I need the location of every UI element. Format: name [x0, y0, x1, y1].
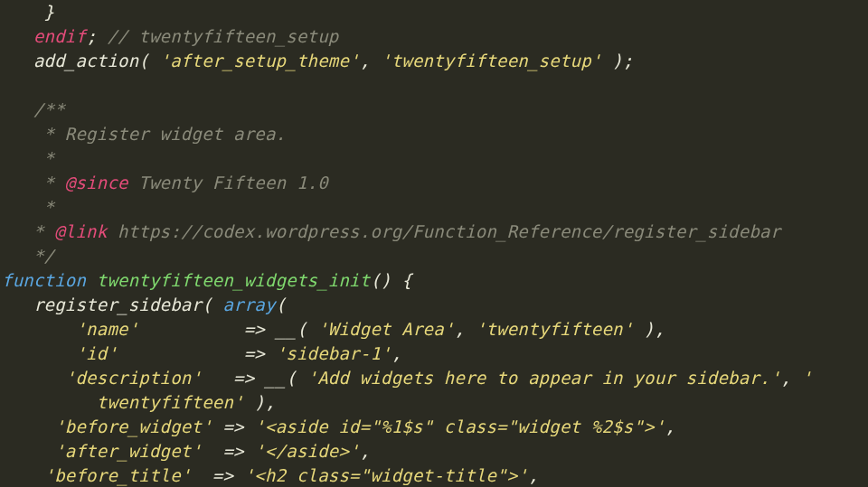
code-line: function twentyfifteen_widgets_init() { [2, 270, 412, 290]
docblock-line: * Register widget area. [2, 124, 286, 144]
code-line: 'after_widget' => '</aside>', [2, 441, 370, 461]
array-key: 'id' [75, 343, 118, 363]
keyword-function: function [2, 270, 86, 290]
docblock-line: * [2, 197, 54, 217]
function-name: twentyfifteen_widgets_init [97, 270, 371, 290]
array-key: 'description' [65, 368, 202, 388]
doc-tag-since: @since [65, 173, 128, 192]
code-line: } [2, 2, 54, 22]
doc-tag-link: @link [54, 221, 107, 241]
array-key: 'before_widget' [54, 417, 212, 436]
code-line: twentyfifteen' ), [2, 392, 276, 412]
code-line: register_sidebar( array( [2, 295, 286, 314]
docblock-line: * @since Twenty Fifteen 1.0 [2, 173, 328, 192]
fn-call: register_sidebar [33, 295, 202, 314]
code-line: 'id' => 'sidebar-1', [2, 343, 401, 363]
docblock-line: */ [2, 246, 54, 266]
keyword-endif: endif [33, 26, 86, 46]
code-line: endif; // twentyfifteen_setup [2, 26, 338, 46]
docblock-line: * @link https://codex.wordpress.org/Func… [2, 221, 780, 241]
fn-call: add_action [33, 51, 138, 70]
inline-comment: // twentyfifteen_setup [107, 26, 338, 46]
code-line: 'before_title' => '<h2 class="widget-tit… [2, 465, 539, 485]
array-key: 'name' [75, 319, 138, 339]
code-line: 'description' => __( 'Add widgets here t… [2, 368, 812, 388]
docblock-line: /** [2, 99, 65, 119]
array-key: 'after_widget' [54, 441, 202, 461]
array-key: 'before_title' [44, 465, 192, 485]
docblock-line: * [2, 148, 54, 168]
code-line: 'name' => __( 'Widget Area', 'twentyfift… [2, 319, 665, 339]
code-line: add_action( 'after_setup_theme', 'twenty… [2, 51, 633, 70]
keyword-array: array [222, 295, 275, 314]
code-line: 'before_widget' => '<aside id="%1$s" cla… [2, 417, 675, 436]
code-editor: } endif; // twentyfifteen_setup add_acti… [0, 0, 868, 487]
